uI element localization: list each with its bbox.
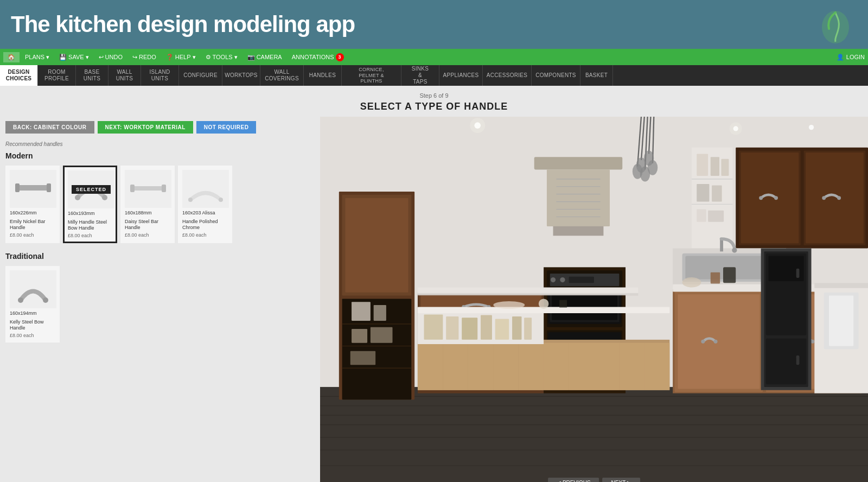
action-buttons: BACK: CABINET COLOUR NEXT: WORKTOP MATER… (0, 117, 320, 138)
svg-point-4 (102, 195, 107, 200)
tab-components[interactable]: COMPONENTS (532, 65, 580, 86)
handle-label: Handle Polished Chrome (182, 219, 228, 231)
svg-rect-136 (524, 318, 532, 340)
preview-next-button[interactable]: NEXT ▶ (603, 478, 640, 482)
svg-rect-51 (697, 184, 709, 202)
svg-rect-140 (559, 300, 567, 308)
tab-design-choices[interactable]: DESIGN CHOICES (0, 65, 38, 86)
tab-appliances[interactable]: APPLIANCES (439, 65, 483, 86)
svg-rect-48 (697, 154, 708, 176)
svg-rect-34 (350, 351, 375, 365)
tab-basket[interactable]: BASKET (580, 65, 613, 86)
handle-price: £8.00 each (68, 233, 112, 238)
handle-daisy-steel-bar[interactable]: 160x188mm Daisy Steel Bar Handle £8.00 e… (120, 166, 175, 243)
toolbar-save[interactable]: 💾 SAVE ▾ (55, 52, 93, 62)
svg-rect-116 (723, 267, 736, 283)
handle-emily-nickel-bar[interactable]: 160x226mm Emily Nickel Bar Handle £8.00 … (5, 166, 60, 243)
handle-size: 160x188mm (125, 210, 170, 217)
svg-rect-37 (741, 153, 799, 243)
step-label: Step 6 of 9 (0, 92, 868, 99)
tab-worktops[interactable]: WORKTOPS (222, 65, 260, 86)
toolbar-annotations[interactable]: ANNOTATIONS 3 (288, 52, 348, 63)
svg-rect-121 (468, 343, 493, 390)
svg-rect-147 (796, 356, 800, 365)
handle-price: £8.00 each (182, 232, 228, 238)
svg-rect-135 (512, 316, 521, 340)
svg-rect-39 (806, 153, 864, 243)
svg-rect-33 (371, 327, 393, 343)
svg-rect-50 (722, 159, 729, 176)
handle-thumb (10, 170, 56, 208)
tab-wall-coverings[interactable]: WALL COVERINGS (260, 65, 304, 86)
handle-label: Emily Nickel Bar Handle (10, 219, 55, 231)
tab-accessories[interactable]: ACCESSORIES (483, 65, 532, 86)
svg-point-73 (648, 160, 658, 175)
category-traditional: Traditional (5, 252, 315, 261)
svg-rect-119 (418, 343, 443, 390)
svg-rect-131 (446, 316, 458, 340)
svg-point-115 (682, 277, 701, 288)
handle-thumb (182, 170, 229, 208)
svg-rect-31 (374, 305, 386, 321)
handle-size: 160x194mm (10, 310, 55, 317)
svg-rect-127 (619, 343, 644, 390)
preview-prev-button[interactable]: ◀ PREVIOUS (548, 478, 599, 482)
tab-base-units[interactable]: BASE UNITS (76, 65, 108, 86)
svg-rect-57 (553, 226, 604, 236)
not-required-button[interactable]: NOT REQUIRED (196, 121, 257, 134)
toolbar-tools[interactable]: ⚙ TOOLS ▾ (201, 52, 242, 62)
svg-point-11 (43, 297, 48, 303)
svg-rect-133 (481, 315, 492, 340)
handle-thumb: SELECTED (68, 170, 114, 208)
handle-label: Milly Handle Steel Bow Handle (68, 219, 112, 232)
modern-handle-grid: 160x226mm Emily Nickel Bar Handle £8.00 … (5, 166, 315, 243)
handle-size: 160x193mm (68, 211, 112, 217)
svg-rect-56 (547, 169, 610, 226)
category-modern: Modern (5, 151, 315, 160)
toolbar-redo[interactable]: ↪ REDO (128, 52, 161, 62)
app-title: The kitchen design modeling app (11, 11, 355, 37)
handle-price: £8.00 each (10, 333, 55, 338)
toolbar-undo[interactable]: ↩ UNDO (94, 52, 127, 62)
toolbar-camera[interactable]: 📷 CAMERA (243, 52, 286, 62)
back-button[interactable]: BACK: CABINET COLOUR (5, 121, 94, 134)
tab-sinks-taps[interactable]: SINKS & TAPS (401, 65, 439, 86)
tab-handles[interactable]: HANDLES (304, 65, 342, 86)
redo-icon: ↪ (132, 54, 137, 61)
toolbar-help[interactable]: ❓ HELP ▾ (162, 52, 200, 62)
svg-rect-124 (544, 343, 569, 390)
tab-island-units[interactable]: ISLAND UNITS (141, 65, 179, 86)
svg-rect-120 (443, 343, 468, 390)
svg-point-40 (759, 196, 763, 200)
login-button[interactable]: 👤 LOGIN (837, 54, 865, 61)
recommended-label: Recommended handles (5, 141, 315, 147)
svg-rect-107 (678, 294, 760, 389)
selected-badge: SELECTED (72, 185, 111, 194)
handle-panel: Recommended handles Modern 160x226mm Emi… (0, 138, 320, 354)
svg-point-155 (470, 118, 485, 133)
svg-rect-32 (352, 329, 367, 343)
annotations-badge: 3 (336, 53, 344, 61)
camera-icon: 📷 (247, 54, 255, 61)
toolbar-plans[interactable]: PLANS ▾ (21, 52, 54, 62)
tab-configure[interactable]: CONFIGURE (179, 65, 222, 86)
handle-alissa-polished-chrome[interactable]: 160x203 Alissa Handle Polished Chrome £8… (178, 166, 232, 243)
next-button[interactable]: NEXT: WORKTOP MATERIAL (98, 121, 193, 134)
svg-point-91 (560, 277, 565, 282)
tab-cornice-pelmet[interactable]: CORNICE, PELMET & PLINTHS (342, 65, 401, 86)
svg-rect-130 (424, 314, 443, 339)
handle-label: Daisy Steel Bar Handle (125, 219, 170, 231)
svg-point-43 (837, 196, 841, 200)
svg-point-42 (822, 196, 826, 200)
svg-point-154 (809, 125, 814, 130)
handle-milly-steel-bow[interactable]: SELECTED 160x193mm Milly Handle Steel Bo… (63, 166, 117, 243)
toolbar-home[interactable]: 🏠 (3, 52, 20, 62)
svg-rect-128 (644, 343, 669, 390)
svg-point-90 (551, 277, 556, 282)
tab-room-profile[interactable]: ROOM PROFILE (38, 65, 76, 86)
tab-wall-units[interactable]: WALL UNITS (108, 65, 141, 86)
handle-thumb (125, 170, 171, 208)
handle-kelly-steel-bow[interactable]: 160x194mm Kelly Steel Bow Handle £8.00 e… (5, 266, 60, 343)
svg-rect-92 (569, 277, 594, 283)
svg-rect-99 (418, 293, 638, 296)
